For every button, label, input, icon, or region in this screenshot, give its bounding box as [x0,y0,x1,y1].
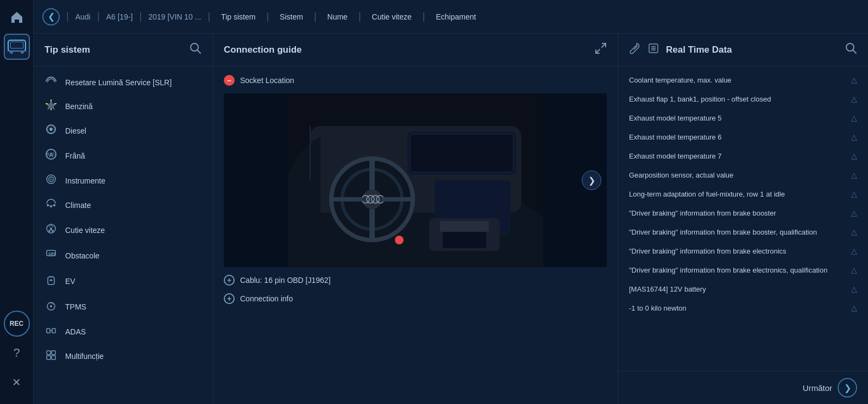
system-search-button[interactable] [190,42,202,57]
realtime-item[interactable]: Exhaust model temperature 6 △ [618,128,868,147]
system-item-label-0: Resetare Lumină Service [SLR] [65,78,172,87]
realtime-item[interactable]: Exhaust flap 1, bank1, position - offset… [618,90,868,109]
realtime-item[interactable]: Exhaust model temperature 7 △ [618,147,868,166]
list-item[interactable]: Instrumente [34,168,212,193]
realtime-item-label: Long-term adaptation of fuel-mixture, ro… [629,190,846,198]
list-item[interactable]: Diesel [34,118,212,143]
alert-icon: △ [851,266,857,274]
system-item-icon-1 [45,99,58,113]
svg-point-27 [50,228,52,230]
realtime-item-label: "Driver braking" information from brake … [629,266,846,274]
realtime-item-label: Gearposition sensor, actual value [629,171,846,179]
svg-rect-64 [410,134,513,172]
urmator-next-button[interactable]: ❯ [838,378,857,397]
list-item[interactable]: EV [34,268,212,294]
socket-collapse-icon[interactable]: – [224,75,235,86]
list-item[interactable]: Climate [34,193,212,217]
close-icon: ✕ [12,376,21,389]
alert-icon: △ [851,152,857,160]
left-sidebar: REC ? ✕ [0,0,34,404]
list-item[interactable]: TPMS [34,294,212,319]
system-item-icon-4 [45,174,58,187]
realtime-footer: Următor ❯ [618,371,868,404]
wrench-button[interactable] [629,42,641,57]
system-panel: Tip sistem Resetare Lu [34,34,213,404]
realtime-item-label: "Driver braking" information from brake … [629,228,846,236]
connection-info-text: Connection info [240,294,293,303]
realtime-item-label: "Driver braking" information from brake … [629,247,846,255]
realtime-item-label: Exhaust flap 1, bank1, position - offset… [629,95,846,103]
realtime-title: Real Time Data [666,45,839,55]
realtime-item[interactable]: Coolant temperature, max. value △ [618,71,868,90]
svg-rect-40 [47,329,50,333]
realtime-list: Coolant temperature, max. value △ Exhaus… [618,66,868,371]
system-item-label-9: TPMS [65,302,86,311]
nav-cutie[interactable]: Cutie viteze [368,10,416,23]
connection-info-row[interactable]: + Connection info [224,293,607,304]
svg-text:B: B [47,152,49,156]
realtime-item[interactable]: "Driver braking" information from brake … [618,204,868,223]
cable-expand-icon[interactable]: + [224,275,235,286]
system-item-label-2: Diesel [65,127,86,135]
list-item[interactable]: Benzină [34,94,212,118]
nav-sistem[interactable]: Sistem [275,10,307,23]
svg-point-39 [50,305,52,307]
list-item[interactable]: A B S Frână [34,143,212,168]
realtime-item[interactable]: "Driver braking" information from brake … [618,223,868,242]
svg-rect-68 [443,232,486,248]
system-list: Resetare Lumină Service [SLR] Benzină [34,66,212,404]
help-button[interactable]: ? [4,340,30,366]
connection-panel-title: Connection guide [224,45,302,55]
cable-text: Cablu: 16 pin OBD [J1962] [240,276,331,285]
realtime-item-label: Exhaust model temperature 7 [629,152,846,160]
svg-point-13 [49,128,53,131]
system-item-icon-11 [45,349,58,363]
cable-row[interactable]: + Cablu: 16 pin OBD [J1962] [224,275,607,286]
realtime-item[interactable]: Exhaust model temperature 5 △ [618,109,868,128]
svg-point-69 [395,236,404,244]
expand-button[interactable] [595,42,607,57]
help-icon: ? [13,346,20,360]
alert-icon: △ [851,171,857,179]
alert-icon: △ [851,228,857,236]
realtime-item[interactable]: Long-term adaptation of fuel-mixture, ro… [618,185,868,204]
nav-echipament[interactable]: Echipament [431,10,480,23]
realtime-item[interactable]: "Driver braking" information from brake … [618,261,868,280]
list-view-button[interactable] [647,42,659,57]
connection-content: – Socket Location [213,66,618,404]
nav-separator: | [66,11,69,22]
realtime-item[interactable]: "Driver braking" information from brake … [618,242,868,261]
list-item[interactable]: Resetare Lumină Service [SLR] [34,71,212,94]
car-button[interactable] [4,34,30,60]
car-interior-image: ❯ [224,93,607,267]
realtime-item[interactable]: Gearposition sensor, actual value △ [618,166,868,185]
home-button[interactable] [4,4,30,30]
system-panel-title: Tip sistem [45,45,90,55]
list-item[interactable]: ADAS [34,319,212,344]
list-item[interactable]: SRS Obstacole [34,243,212,268]
realtime-item-label: [MAS16744] 12V battery [629,285,846,293]
svg-line-24 [49,205,50,206]
system-item-label-7: Obstacole [65,251,99,260]
realtime-header: Real Time Data [618,34,868,66]
nav-nume[interactable]: Nume [323,10,352,23]
list-item[interactable]: Multifuncție [34,344,212,368]
image-next-button[interactable]: ❯ [582,171,601,190]
conn-info-expand-icon[interactable]: + [224,293,235,304]
rec-button[interactable]: REC [4,311,30,337]
realtime-search-button[interactable] [845,42,857,57]
realtime-item[interactable]: -1 to 0 kilo newton △ [618,299,868,318]
back-button[interactable]: ❮ [42,8,60,26]
connection-panel: Connection guide – Socket Location [213,34,618,404]
close-button[interactable]: ✕ [4,369,30,395]
realtime-item-label: -1 to 0 kilo newton [629,304,846,312]
list-item[interactable]: Cutie viteze [34,217,212,243]
alert-icon: △ [851,75,857,84]
connection-header: Connection guide [213,34,618,66]
realtime-item[interactable]: [MAS16744] 12V battery △ [618,280,868,299]
realtime-item-label: Coolant temperature, max. value [629,76,846,84]
svg-line-25 [52,205,53,206]
socket-location-text: Socket Location [240,76,294,85]
nav-brand: Audi [76,12,91,21]
nav-tip-sistem[interactable]: Tip sistem [217,10,260,23]
